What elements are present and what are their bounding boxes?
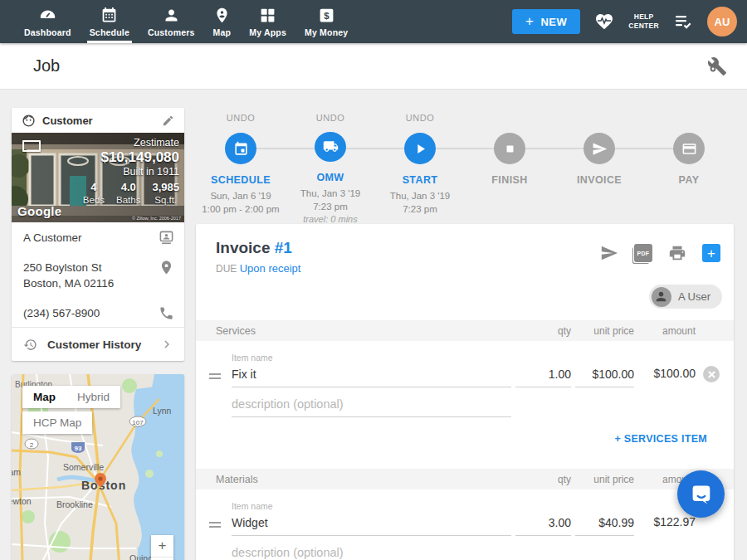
streetview-toggle-icon[interactable]: [22, 140, 41, 152]
step-label[interactable]: SCHEDULE: [211, 174, 271, 186]
start-step-button[interactable]: [404, 133, 436, 164]
material-unit-price-input[interactable]: [575, 514, 634, 536]
send-invoice-icon[interactable]: [600, 244, 618, 262]
help-line2: CENTER: [628, 22, 659, 31]
print-icon[interactable]: [668, 244, 686, 262]
step-label[interactable]: FINISH: [491, 174, 527, 186]
contact-card-icon[interactable]: [159, 230, 174, 246]
left-column: Customer: [12, 108, 184, 560]
baths-value: 4.0: [116, 181, 140, 193]
step-label[interactable]: INVOICE: [577, 174, 622, 186]
unit-price-header: unit price: [575, 325, 634, 337]
service-description-input[interactable]: [232, 396, 511, 417]
close-icon: [708, 371, 715, 378]
assigned-user-chip[interactable]: A User: [649, 285, 722, 309]
task-list-icon[interactable]: [673, 12, 693, 32]
user-avatar[interactable]: AU: [707, 7, 737, 37]
customer-address-row: 250 Boylston StBoston, MA 02116: [12, 252, 184, 298]
service-item-name-input[interactable]: [232, 366, 511, 387]
play-icon: [413, 141, 428, 157]
map-label-somerville: Somerville: [63, 462, 104, 472]
invoice-step-button[interactable]: [583, 133, 615, 164]
step-label[interactable]: START: [403, 174, 438, 186]
map-pin-icon: [213, 7, 231, 24]
google-watermark: Google: [17, 204, 61, 218]
phone-icon[interactable]: [159, 305, 174, 321]
nav-label: My Apps: [249, 27, 286, 37]
nav-label: Customers: [148, 27, 195, 37]
zestimate-value: $10,149,080: [100, 149, 179, 166]
step-time: 7:23 pm: [403, 204, 437, 214]
help-center-button[interactable]: HELP CENTER: [628, 12, 659, 30]
apps-grid-icon: [259, 7, 276, 24]
top-nav: Dashboard Schedule Customers Map My Apps…: [0, 0, 747, 43]
undo-start-button[interactable]: UNDO: [406, 108, 434, 133]
drag-handle[interactable]: [208, 522, 227, 536]
invoice-header: Invoice #1 DUE Upon receipt PDF +: [196, 224, 734, 283]
nav-item-customers[interactable]: Customers: [139, 0, 204, 43]
location-pin-icon[interactable]: [159, 260, 174, 275]
nav-item-schedule[interactable]: Schedule: [81, 0, 139, 43]
undo-schedule-button[interactable]: UNDO: [227, 108, 255, 133]
step-label[interactable]: OMW: [316, 172, 344, 183]
travel-time: travel: 0 mins: [303, 214, 357, 224]
drag-handle[interactable]: [208, 373, 227, 387]
material-item-name-input[interactable]: [232, 514, 511, 536]
add-services-item-link[interactable]: + SERVICES ITEM: [614, 433, 707, 445]
service-qty-input[interactable]: [515, 366, 571, 387]
pdf-icon[interactable]: PDF: [634, 244, 652, 262]
customer-history-row[interactable]: Customer History: [12, 327, 184, 361]
job-tools-icon[interactable]: [707, 56, 727, 76]
route-2-badge: 2: [30, 441, 34, 449]
map-zoom-out-button[interactable]: −: [151, 557, 173, 560]
hcp-map-button[interactable]: HCP Map: [22, 411, 92, 434]
material-line-item: Item name $122.97: [196, 501, 734, 536]
chat-bubble-icon: [689, 482, 714, 507]
nav-utilities: + NEW HELP CENTER AU: [512, 0, 747, 43]
add-invoice-item-button[interactable]: +: [702, 244, 720, 262]
invoice-card: Invoice #1 DUE Upon receipt PDF + A User: [196, 224, 734, 560]
property-photo: Zestimate $10,149,080 Built in 1911 4Bed…: [12, 133, 184, 222]
service-amount: $100.00: [638, 367, 696, 387]
service-line-item: Item name $100.00: [196, 353, 734, 387]
materials-header: Materials qty unit price amount: [196, 469, 734, 489]
map-zoom-in-button[interactable]: +: [151, 535, 173, 557]
map-type-buttons: Map Hybrid: [22, 386, 120, 408]
new-button-label: NEW: [540, 16, 567, 28]
remove-service-item-button[interactable]: [703, 366, 720, 382]
timeline-step-schedule: UNDO SCHEDULE Sun, Jan 6 '191:00 pm - 2:…: [196, 108, 286, 224]
timeline-step-invoice: INVOICE: [554, 108, 644, 224]
nav-item-dashboard[interactable]: Dashboard: [15, 0, 81, 43]
due-terms-link[interactable]: Upon receipt: [240, 262, 301, 275]
nav-item-my-apps[interactable]: My Apps: [240, 0, 295, 43]
health-heart-icon[interactable]: [594, 12, 614, 32]
map-type-map-button[interactable]: Map: [22, 386, 66, 408]
material-qty-input[interactable]: [515, 514, 571, 536]
user-silhouette-icon: [652, 287, 671, 307]
plus-icon: +: [525, 13, 534, 30]
step-time: 7:23 pm: [313, 202, 348, 212]
material-description-input[interactable]: [232, 544, 511, 560]
edit-pencil-icon[interactable]: [162, 114, 174, 127]
property-stats: 4Beds 4.0Baths 3,985Sq.ft.: [83, 181, 179, 205]
stop-icon: [502, 141, 518, 157]
chat-launcher-button[interactable]: [677, 470, 725, 518]
new-button[interactable]: + NEW: [512, 9, 580, 34]
step-label[interactable]: PAY: [679, 174, 700, 186]
item-name-label: Item name: [232, 501, 511, 511]
pay-step-button[interactable]: [673, 133, 705, 164]
services-section-title: Services: [208, 325, 511, 337]
customer-phone-row: (234) 567-8900: [12, 298, 184, 328]
finish-step-button[interactable]: [494, 133, 525, 164]
nav-item-my-money[interactable]: $ My Money: [295, 0, 357, 43]
qty-header: qty: [515, 474, 571, 485]
map-label-lynn: Lynn: [153, 406, 172, 416]
omw-step-button[interactable]: [315, 132, 346, 162]
map-type-hybrid-button[interactable]: Hybrid: [66, 386, 120, 408]
undo-omw-button[interactable]: UNDO: [316, 108, 344, 132]
schedule-step-button[interactable]: [225, 133, 256, 164]
nav-item-map[interactable]: Map: [204, 0, 241, 43]
service-unit-price-input[interactable]: [575, 366, 634, 387]
map-label-waltham: Waltham: [12, 467, 21, 477]
content-area: Customer: [0, 90, 747, 560]
